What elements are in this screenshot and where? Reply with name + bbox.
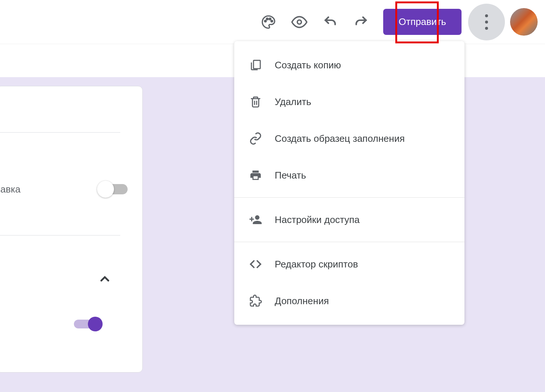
people-icon: [247, 211, 264, 229]
menu-item-label: Редактор скриптов: [275, 259, 358, 270]
collapse-button[interactable]: [96, 270, 114, 288]
menu-item-prefilled-link[interactable]: Создать образец заполнения: [234, 120, 464, 157]
undo-icon[interactable]: [319, 11, 341, 33]
more-vert-icon: [485, 14, 488, 30]
extension-icon: [247, 292, 264, 310]
settings-row: авка: [0, 178, 128, 200]
delete-icon: [247, 93, 264, 111]
svg-point-7: [485, 27, 488, 30]
palette-icon[interactable]: [257, 11, 279, 33]
settings-row-label: авка: [0, 184, 21, 195]
svg-point-6: [485, 21, 488, 24]
more-options-button[interactable]: [468, 4, 505, 40]
menu-item-script-editor[interactable]: Редактор скриптов: [234, 246, 464, 283]
toolbar: Отправить: [0, 0, 545, 44]
svg-point-3: [271, 20, 272, 22]
code-icon: [247, 255, 264, 273]
menu-item-delete[interactable]: Удалить: [234, 83, 464, 120]
toggle-switch-on[interactable]: [74, 320, 100, 328]
link-icon: [247, 130, 264, 147]
toggle-switch-off[interactable]: [98, 184, 128, 194]
menu-item-label: Настройки доступа: [275, 214, 360, 226]
menu-item-label: Создать образец заполнения: [275, 133, 405, 144]
menu-item-share-settings[interactable]: Настройки доступа: [234, 201, 464, 238]
menu-item-label: Удалить: [275, 96, 311, 108]
user-avatar[interactable]: [510, 8, 538, 36]
divider: [0, 235, 120, 235]
svg-point-1: [267, 18, 268, 19]
menu-item-label: Печать: [275, 170, 306, 181]
menu-item-print[interactable]: Печать: [234, 157, 464, 194]
preview-icon[interactable]: [288, 11, 310, 33]
copy-icon: [247, 56, 264, 74]
menu-item-make-copy[interactable]: Создать копию: [234, 47, 464, 83]
divider: [0, 132, 120, 133]
menu-divider: [234, 242, 464, 242]
more-options-menu: Создать копию Удалить Создать образец за…: [234, 41, 464, 325]
menu-item-label: Дополнения: [275, 295, 329, 307]
menu-item-addons[interactable]: Дополнения: [234, 283, 464, 319]
send-button[interactable]: Отправить: [383, 9, 462, 35]
print-icon: [247, 166, 264, 184]
svg-rect-8: [253, 60, 260, 69]
chevron-up-icon: [98, 272, 112, 286]
menu-item-label: Создать копию: [275, 60, 341, 71]
svg-point-0: [265, 20, 266, 22]
menu-divider: [234, 197, 464, 198]
redo-icon[interactable]: [350, 11, 372, 33]
svg-point-4: [298, 20, 302, 24]
svg-point-2: [269, 18, 271, 19]
settings-card: авка: [0, 86, 143, 373]
svg-point-5: [485, 14, 488, 17]
